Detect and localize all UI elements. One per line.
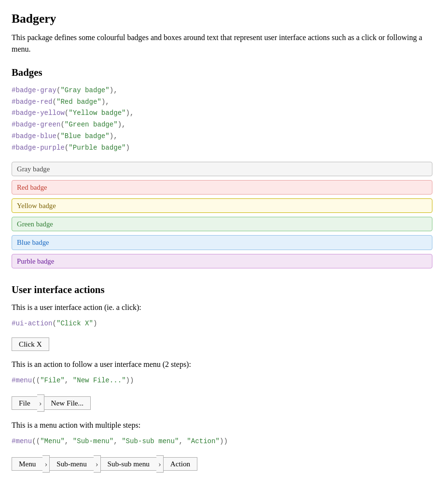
badges-code-block: #badge-gray("Gray badge"), #badge-red("R…: [12, 85, 432, 154]
badge-red: Red badge: [12, 180, 432, 195]
menu3-step-menu[interactable]: Menu: [12, 457, 43, 471]
menu3-step-submenu[interactable]: Sub-menu: [49, 457, 94, 471]
code-macro-blue: #badge-blue: [12, 132, 56, 140]
menu3-step-action[interactable]: Action: [163, 457, 197, 471]
menu3-arrow-2: ›: [94, 455, 101, 473]
code-macro-green: #badge-green: [12, 121, 60, 128]
code-macro-menu2: #menu: [12, 377, 32, 384]
badge-yellow: Yellow badge: [12, 198, 432, 213]
menu2-desc: This is an action to follow a user inter…: [12, 359, 432, 370]
code-macro-ui-action: #ui-action: [12, 320, 52, 327]
menu2-arrow-1: ›: [37, 394, 44, 412]
menu3-arrow-3: ›: [156, 455, 164, 473]
click-x-button[interactable]: Click X: [12, 337, 49, 351]
page-title: Badgery: [12, 10, 432, 28]
menu2-steps: File › New File...: [12, 394, 432, 412]
code-macro-yellow: #badge-yellow: [12, 109, 65, 117]
code-macro-gray: #badge-gray: [12, 86, 56, 94]
code-macro-red: #badge-red: [12, 98, 52, 106]
menu2-code: #menu(("File", "New File...")): [12, 375, 432, 387]
badge-purple: Purble badge: [12, 254, 432, 268]
code-macro-menu3: #menu: [12, 437, 32, 445]
menu3-step-subsubmenu[interactable]: Sub-sub menu: [100, 457, 157, 471]
badge-green: Green badge: [12, 217, 432, 231]
click-desc: This is a user interface action (ie. a c…: [12, 302, 432, 313]
badge-blue: Blue badge: [12, 235, 432, 250]
menu3-arrow-1: ›: [42, 455, 50, 473]
badges-heading: Badges: [12, 65, 432, 80]
menu2-step-file[interactable]: File: [12, 396, 38, 410]
menu3-steps: Menu › Sub-menu › Sub-sub menu › Action: [12, 455, 432, 473]
menu3-code: #menu(("Menu", "Sub-menu", "Sub-sub menu…: [12, 436, 432, 448]
page-intro: This package defines some colourful badg…: [12, 32, 432, 55]
ui-actions-heading: User interface actions: [12, 282, 432, 297]
menu2-step-newfile[interactable]: New File...: [44, 396, 91, 410]
code-macro-purple: #badge-purple: [12, 144, 65, 152]
menu3-desc: This is a menu action with multiple step…: [12, 420, 432, 431]
badge-gray: Gray badge: [12, 162, 432, 176]
click-code: #ui-action("Click X"): [12, 318, 432, 330]
badges-list: Gray badge Red badge Yellow badge Green …: [12, 162, 432, 272]
